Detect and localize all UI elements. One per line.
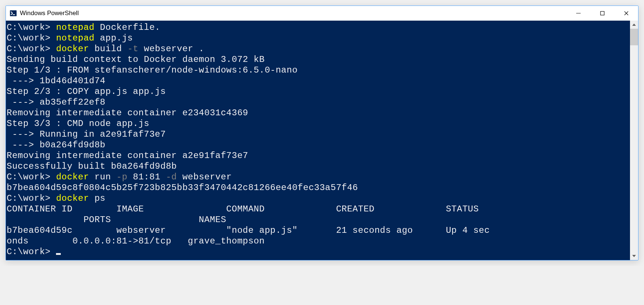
terminal-text-segment: docker (56, 44, 94, 54)
terminal-text-segment: run (94, 172, 116, 182)
terminal-text-segment: b7bea604d59c8f0804c5b25f723b825bb33f3470… (7, 183, 358, 193)
terminal-text-segment: ---> 1bd46d401d74 (7, 76, 105, 86)
terminal-text-segment: notepad (56, 33, 100, 43)
terminal-text-segment: Step 3/3 : CMD node app.js (7, 119, 149, 129)
terminal-text-segment: onds 0.0.0.0:81->81/tcp grave_thompson (7, 236, 265, 246)
maximize-button[interactable] (590, 6, 614, 21)
terminal-text-segment: Removing intermediate container a2e91faf… (7, 151, 248, 161)
terminal-line: Removing intermediate container e234031c… (7, 108, 630, 118)
close-button[interactable] (614, 6, 638, 21)
window-title: Windows PowerShell (20, 10, 566, 17)
terminal-line: C:\work> notepad Dockerfile. (7, 22, 630, 33)
terminal-text-segment: 81:81 (133, 172, 166, 182)
terminal-text-segment: build (94, 44, 127, 54)
terminal-text-segment: CONTAINER ID IMAGE COMMAND CREATED STATU… (7, 204, 479, 214)
terminal-text-segment: app.js (100, 33, 133, 43)
terminal-line: Step 2/3 : COPY app.js app.js (7, 86, 630, 97)
powershell-icon (10, 10, 17, 17)
terminal-line: C:\work> notepad app.js (7, 33, 630, 43)
terminal-line: C:\work> docker run -p 81:81 -d webserve… (7, 172, 630, 182)
terminal-text-segment: webserver . (144, 44, 204, 54)
terminal-line: Sending build context to Docker daemon 3… (7, 54, 630, 65)
terminal-line: C:\work> docker ps (7, 193, 630, 204)
terminal-text-segment: notepad (56, 22, 100, 32)
powershell-window: Windows PowerShell C:\work> notepad Dock… (6, 6, 638, 260)
terminal-text-segment: docker (56, 172, 94, 182)
terminal-text-segment: PORTS NAMES (7, 215, 226, 225)
terminal-line: CONTAINER ID IMAGE COMMAND CREATED STATU… (7, 204, 630, 214)
terminal-line: ---> ab35eff22ef8 (7, 97, 630, 108)
terminal-line: C:\work> (7, 246, 630, 257)
terminal-line: ---> Running in a2e91faf73e7 (7, 129, 630, 140)
terminal-text-segment: Dockerfile. (100, 22, 160, 32)
terminal-line: C:\work> docker build -t webserver . (7, 43, 630, 54)
terminal-text-segment: C:\work> (7, 22, 56, 32)
terminal-text-segment: ---> ab35eff22ef8 (7, 97, 105, 107)
terminal-text-segment: Successfully built b0a264fd9d8b (7, 161, 177, 171)
terminal-line: Removing intermediate container a2e91faf… (7, 150, 630, 161)
terminal-line: Step 1/3 : FROM stefanscherer/node-windo… (7, 65, 630, 76)
terminal-text-segment: C:\work> (7, 247, 56, 257)
terminal-text-segment: Step 2/3 : COPY app.js app.js (7, 87, 166, 97)
terminal-line: PORTS NAMES (7, 214, 630, 225)
terminal-text-segment: b7bea604d59c webserver "node app.js" 21 … (7, 225, 490, 235)
terminal-line: onds 0.0.0.0:81->81/tcp grave_thompson (7, 236, 630, 246)
scroll-thumb[interactable] (630, 29, 638, 45)
terminal-text-segment: C:\work> (7, 33, 56, 43)
scroll-track[interactable] (630, 29, 638, 252)
terminal-output[interactable]: C:\work> notepad Dockerfile.C:\work> not… (6, 21, 630, 260)
terminal-text-segment: -t (127, 44, 144, 54)
scroll-up-arrow[interactable] (630, 21, 638, 29)
minimize-button[interactable] (566, 6, 590, 21)
terminal-text-segment: ps (94, 193, 105, 203)
terminal-text-segment: webserver (182, 172, 232, 182)
terminal-container: C:\work> notepad Dockerfile.C:\work> not… (6, 21, 638, 260)
svg-rect-0 (10, 10, 17, 16)
terminal-line: b7bea604d59c webserver "node app.js" 21 … (7, 225, 630, 236)
terminal-text-segment: ---> b0a264fd9d8b (7, 140, 105, 150)
terminal-text-segment: -d (166, 172, 182, 182)
terminal-line: Step 3/3 : CMD node app.js (7, 118, 630, 129)
terminal-text-segment: Step 1/3 : FROM stefanscherer/node-windo… (7, 65, 298, 75)
terminal-text-segment: C:\work> (7, 193, 56, 203)
terminal-text-segment: Sending build context to Docker daemon 3… (7, 55, 265, 64)
terminal-line: Successfully built b0a264fd9d8b (7, 161, 630, 172)
terminal-text-segment: C:\work> (7, 172, 56, 182)
window-titlebar[interactable]: Windows PowerShell (6, 6, 638, 21)
terminal-text-segment: C:\work> (7, 44, 56, 54)
terminal-text-segment: -p (116, 172, 133, 182)
scroll-down-arrow[interactable] (630, 252, 638, 260)
terminal-text-segment: Removing intermediate container e234031c… (7, 108, 248, 118)
terminal-text-segment: ---> Running in a2e91faf73e7 (7, 129, 166, 139)
vertical-scrollbar[interactable] (630, 21, 638, 260)
svg-rect-3 (601, 11, 604, 15)
window-controls (566, 6, 638, 21)
terminal-text-segment: docker (56, 193, 94, 203)
terminal-line: ---> b0a264fd9d8b (7, 140, 630, 150)
terminal-cursor (56, 253, 61, 255)
terminal-line: b7bea604d59c8f0804c5b25f723b825bb33f3470… (7, 182, 630, 193)
terminal-line: ---> 1bd46d401d74 (7, 76, 630, 86)
